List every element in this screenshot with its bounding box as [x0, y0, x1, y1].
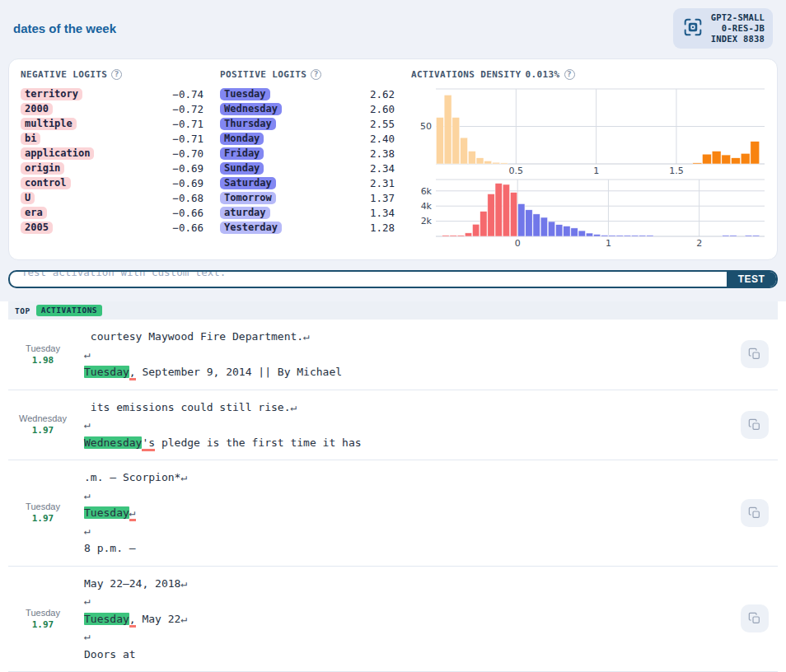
activation-line: Doors at	[84, 646, 732, 664]
token-text: Doors at	[84, 648, 136, 660]
positive-logit-bins	[571, 228, 578, 236]
return-glyph: ↵	[84, 595, 91, 607]
negative-logit-bins	[450, 236, 456, 236]
low-activation-bins	[461, 138, 468, 164]
activation-item: Tuesday1.98 courtesy Maywood Fire Depart…	[8, 320, 778, 390]
activation-text: .m. — Scorpion*↵↵Tuesday↵↵8 p.m. —	[77, 469, 732, 558]
activation-copy-cell	[732, 399, 778, 452]
logit-row: territory−0.74	[21, 86, 204, 101]
positive-logit-tail-bins	[752, 236, 759, 236]
token-text: May 22–24, 2018	[84, 577, 180, 590]
positive-logits-title: POSITIVE LOGITS	[220, 69, 306, 80]
logit-token: U	[21, 192, 35, 204]
help-icon[interactable]: ?	[564, 69, 575, 80]
logit-token: multiple	[21, 118, 77, 130]
activation-meta: Tuesday1.97	[8, 575, 77, 664]
logit-value: 2.62	[370, 88, 395, 100]
token-text: September 9, 2014 || By Michael	[136, 366, 342, 378]
top-activations-section: TOP ACTIVATIONS Tuesday1.98 courtesy May…	[0, 301, 786, 672]
return-glyph: ↵	[290, 401, 297, 413]
negative-logits-title: NEGATIVE LOGITS	[21, 69, 107, 80]
highlighted-token: Tuesday	[84, 366, 129, 378]
help-icon[interactable]: ?	[111, 69, 122, 80]
logit-row: origin−0.69	[21, 161, 204, 175]
svg-text:0.5: 0.5	[509, 166, 524, 176]
svg-text:0: 0	[515, 238, 521, 249]
positive-logits-column: POSITIVE LOGITS ? Tuesday2.62Wednesday2.…	[220, 69, 395, 250]
logit-value: 2.31	[370, 177, 395, 189]
positive-logit-bins	[540, 217, 547, 236]
logit-value: −0.71	[172, 133, 204, 145]
return-glyph: ↵	[84, 418, 91, 431]
negative-logits-column: NEGATIVE LOGITS ? territory−0.742000−0.7…	[21, 69, 204, 250]
top-activations-bar: TOP ACTIVATIONS	[8, 301, 778, 320]
logit-value: 2.55	[370, 118, 395, 130]
logit-row: Tuesday2.62	[220, 86, 395, 101]
svg-text:1: 1	[593, 166, 599, 176]
logit-token: application	[21, 147, 94, 160]
activations-density-histogram-chart: 500.511.5	[411, 86, 767, 177]
charts: 500.511.52k4k6k012	[411, 86, 765, 250]
logit-value: 1.28	[370, 222, 395, 234]
activation-text: courtesy Maywood Fire Department.↵↵Tuesd…	[77, 328, 732, 381]
activation-line: its emissions could still rise.↵	[84, 399, 732, 417]
copy-button[interactable]	[741, 499, 769, 527]
help-icon[interactable]: ?	[311, 69, 321, 80]
test-activation-input[interactable]	[10, 272, 727, 287]
model-badge-text: GPT2-SMALL 0-RES-JB INDEX 8838	[711, 12, 765, 44]
token-text: 8 p.m. —	[84, 542, 136, 554]
activation-item: Tuesday1.97.m. — Scorpion*↵↵Tuesday↵↵8 p…	[8, 460, 778, 567]
positive-logit-bins	[624, 236, 630, 236]
activation-line: ↵	[84, 346, 732, 364]
high-activation-bins	[751, 142, 760, 164]
copy-button[interactable]	[741, 340, 769, 368]
copy-icon	[748, 348, 761, 361]
logit-row: application−0.70	[21, 146, 204, 161]
test-button[interactable]: TEST	[727, 272, 776, 287]
svg-text:6k: 6k	[421, 186, 433, 197]
return-glyph: ↵	[84, 489, 91, 502]
activation-meta: Wednesday1.97	[8, 399, 77, 452]
return-glyph: ↵	[180, 613, 187, 625]
positive-logit-bins	[548, 222, 554, 236]
activation-item: Wednesday1.97 its emissions could still …	[8, 390, 778, 461]
activations-density-percent: 0.013%	[525, 69, 559, 80]
activation-line: ↵	[84, 628, 732, 646]
low-activation-bins	[452, 118, 460, 164]
return-glyph: ↵	[84, 525, 91, 537]
return-glyph: ↵	[180, 471, 187, 483]
logit-row: Yesterday1.28	[220, 220, 395, 235]
feature-summary-card: NEGATIVE LOGITS ? territory−0.742000−0.7…	[8, 58, 778, 260]
positive-logit-bins	[564, 226, 570, 236]
model-badge[interactable]: GPT2-SMALL 0-RES-JB INDEX 8838	[673, 8, 773, 49]
return-glyph: ↵	[84, 348, 91, 361]
logit-token: Thursday	[220, 118, 276, 130]
positive-logit-bins	[631, 236, 638, 236]
positive-logit-bins	[593, 235, 600, 236]
svg-text:1: 1	[606, 238, 611, 249]
logit-token: Wednesday	[220, 103, 282, 115]
logit-token: Monday	[220, 133, 264, 145]
logit-token: control	[21, 177, 71, 189]
logit-value: −0.69	[172, 177, 204, 189]
logit-value: −0.66	[172, 222, 204, 234]
token-text: May 22	[136, 613, 181, 625]
logit-token: origin	[21, 162, 64, 175]
copy-icon	[748, 612, 761, 625]
negative-logits-header: NEGATIVE LOGITS ?	[21, 69, 204, 80]
activation-value: 1.97	[32, 513, 54, 524]
low-activation-bins	[444, 95, 451, 164]
activation-line: .m. — Scorpion*↵	[84, 469, 732, 487]
activation-meta: Tuesday1.97	[8, 469, 77, 558]
negative-logit-bins	[488, 194, 494, 236]
logit-token: Friday	[220, 147, 264, 160]
logit-row: Sunday2.34	[220, 161, 395, 175]
logit-row: aturday1.34	[220, 205, 395, 220]
page-title: dates of the week	[13, 21, 116, 35]
svg-text:2k: 2k	[421, 216, 433, 226]
activation-copy-cell	[732, 575, 778, 664]
copy-button[interactable]	[741, 411, 769, 439]
low-activation-bins	[476, 158, 484, 164]
activations-density-column: ACTIVATIONS DENSITY 0.013% ? 500.511.52k…	[411, 69, 765, 250]
copy-button[interactable]	[741, 604, 769, 632]
